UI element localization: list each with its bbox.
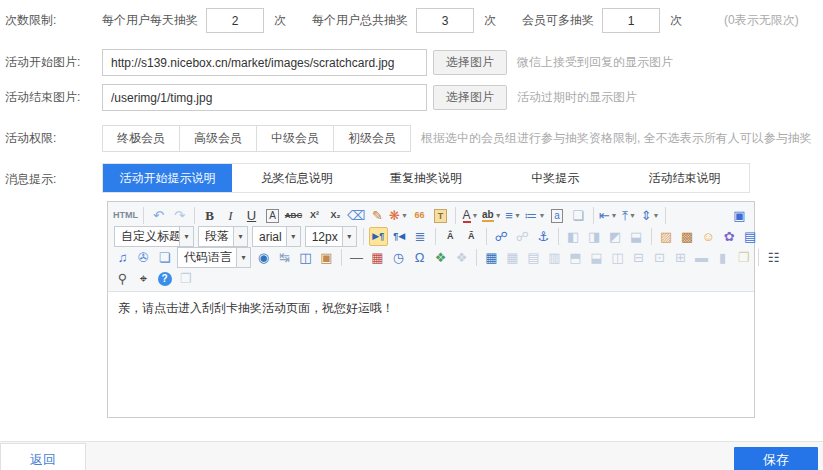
chevron-down-icon[interactable]: ▾: [233, 227, 247, 246]
highlight-color-icon[interactable]: ab▼: [482, 206, 502, 225]
emoticon-icon[interactable]: ☺: [699, 227, 718, 246]
undo-icon[interactable]: ↶: [149, 206, 168, 225]
page-break-icon[interactable]: ↹: [275, 248, 294, 267]
anchor-tag-icon[interactable]: a: [548, 206, 567, 225]
tab-repeat-draw[interactable]: 重复抽奖说明: [361, 164, 490, 192]
member-middle-button[interactable]: 中级会员: [257, 125, 334, 152]
remove-format-icon[interactable]: ⌫: [347, 206, 366, 225]
font-family-select[interactable]: arial▾: [252, 226, 301, 247]
clock-icon[interactable]: ◷: [389, 248, 408, 267]
total-draw-limit-suffix: 次: [484, 12, 496, 29]
tab-win-tip[interactable]: 中奖提示: [491, 164, 620, 192]
upload-image-icon[interactable]: ▩: [678, 227, 697, 246]
rtl-icon[interactable]: ¶◀: [390, 227, 409, 246]
paragraph-select[interactable]: 段落▾: [198, 226, 248, 247]
chevron-down-icon[interactable]: ▾: [179, 227, 193, 246]
calendar-icon[interactable]: ▦: [368, 248, 387, 267]
code-language-select-value: 代码语言: [178, 249, 236, 266]
bold-icon[interactable]: B: [200, 206, 219, 225]
chevron-down-icon[interactable]: ▼: [401, 212, 408, 219]
member-extra-draw-input[interactable]: [602, 8, 660, 33]
code-language-select[interactable]: 代码语言▾: [177, 247, 251, 268]
insert-col-icon: ◫: [608, 248, 627, 267]
preview-icon[interactable]: ⚲: [113, 269, 132, 288]
movie-icon[interactable]: ▤: [741, 227, 760, 246]
start-image-input[interactable]: [102, 49, 427, 76]
toolbar-separator: [363, 228, 364, 245]
strikethrough-icon[interactable]: ABC: [284, 206, 303, 225]
redo-icon[interactable]: ↷: [170, 206, 189, 225]
source-code-icon[interactable]: HTML: [113, 206, 138, 225]
ordered-list-icon[interactable]: ≡▼: [504, 206, 523, 225]
heading-select[interactable]: 自定义标题▾: [114, 226, 194, 247]
new-page-icon[interactable]: ❏: [569, 206, 588, 225]
insert-table-icon[interactable]: ▦: [482, 248, 501, 267]
daily-draw-limit-input[interactable]: [206, 8, 264, 33]
subscript-icon[interactable]: X₂: [326, 206, 345, 225]
fullscreen-icon[interactable]: ▣: [730, 206, 749, 225]
indent-icon[interactable]: ⇤▼: [599, 206, 618, 225]
paragraph-indent-icon[interactable]: ≣: [411, 227, 430, 246]
columns-icon[interactable]: ◫: [296, 248, 315, 267]
end-image-input[interactable]: [102, 84, 427, 111]
toolbar-separator: [341, 249, 342, 266]
member-extra-draw-suffix: 次: [670, 12, 682, 29]
chevron-down-icon[interactable]: ▼: [495, 212, 502, 219]
unordered-list-icon[interactable]: ≔▼: [525, 206, 546, 225]
insert-doc-icon[interactable]: ❏: [155, 248, 174, 267]
help-icon[interactable]: ?: [155, 269, 174, 288]
tab-activity-end[interactable]: 活动结束说明: [620, 164, 749, 192]
print-icon[interactable]: ☷: [764, 248, 783, 267]
rich-text-editor: HTML↶↷BIUAABCX²X₂⌫✎❋▼66TA▼ab▼≡▼≔▼a❏⇤▼⤒▼⇕…: [107, 201, 755, 418]
font-color-icon[interactable]: A▼: [461, 206, 480, 225]
chevron-down-icon[interactable]: ▼: [514, 212, 521, 219]
horizontal-rule-icon[interactable]: —: [347, 248, 366, 267]
underline-icon[interactable]: U: [242, 206, 261, 225]
chevron-down-icon[interactable]: ▼: [472, 212, 479, 219]
member-senior-button[interactable]: 高级会员: [180, 125, 257, 152]
ltr-icon[interactable]: ▶¶: [369, 227, 388, 246]
end-image-pick-button[interactable]: 选择图片: [433, 85, 507, 110]
auto-typeset-icon[interactable]: ❋▼: [389, 206, 408, 225]
start-image-pick-button[interactable]: 选择图片: [433, 50, 507, 75]
toolbar-separator: [143, 207, 144, 224]
special-char-icon[interactable]: Ω: [410, 248, 429, 267]
chevron-down-icon[interactable]: ▼: [653, 212, 660, 219]
member-junior-button[interactable]: 初级会员: [334, 125, 411, 152]
align-icon[interactable]: ⤒▼: [620, 206, 639, 225]
italic-icon[interactable]: I: [221, 206, 240, 225]
save-button[interactable]: 保存: [734, 447, 818, 470]
code-snippet-icon[interactable]: ◉: [254, 248, 273, 267]
line-height-icon[interactable]: ⇕▼: [641, 206, 660, 225]
attachment-icon[interactable]: ✇: [134, 248, 153, 267]
anchor-icon[interactable]: ⚓: [534, 227, 553, 246]
font-style-icon[interactable]: A: [263, 206, 282, 225]
music-icon[interactable]: ♫: [113, 248, 132, 267]
insert-image-icon[interactable]: ▨: [657, 227, 676, 246]
chevron-down-icon[interactable]: ▼: [629, 212, 636, 219]
member-ultimate-button[interactable]: 终极会员: [102, 125, 180, 152]
toolbar-row-2: 自定义标题▾段落▾arial▾12px▾▶¶¶◀≣ÂÃ☍☍⚓◧◨◩⬓▨▩☺✿▤: [112, 226, 750, 247]
letter-spacing-icon[interactable]: Â: [441, 227, 460, 246]
superscript-icon[interactable]: X²: [305, 206, 324, 225]
media-icon[interactable]: ✿: [720, 227, 739, 246]
map-icon[interactable]: ❖: [431, 248, 450, 267]
link-icon[interactable]: ☍: [492, 227, 511, 246]
back-button[interactable]: 返回: [0, 443, 86, 470]
chevron-down-icon[interactable]: ▾: [236, 248, 250, 267]
chevron-down-icon[interactable]: ▼: [611, 212, 618, 219]
format-brush-icon[interactable]: ✎: [368, 206, 387, 225]
blockquote-icon[interactable]: 66: [410, 206, 429, 225]
screenshot-icon[interactable]: ▣: [317, 248, 336, 267]
chevron-down-icon[interactable]: ▼: [539, 212, 546, 219]
tab-redeem-info[interactable]: 兑奖信息说明: [232, 164, 361, 192]
word-spacing-icon[interactable]: Ã: [462, 227, 481, 246]
font-size-select[interactable]: 12px▾: [305, 226, 357, 247]
editor-content[interactable]: 亲，请点击进入刮刮卡抽奖活动页面，祝您好运哦！: [108, 292, 754, 417]
chevron-down-icon[interactable]: ▾: [342, 227, 356, 246]
tab-activity-start-tip[interactable]: 活动开始提示说明: [103, 164, 232, 192]
chevron-down-icon[interactable]: ▾: [286, 227, 300, 246]
paste-text-icon[interactable]: T: [431, 206, 450, 225]
total-draw-limit-input[interactable]: [416, 8, 474, 33]
find-replace-icon[interactable]: ⌖: [134, 269, 153, 288]
